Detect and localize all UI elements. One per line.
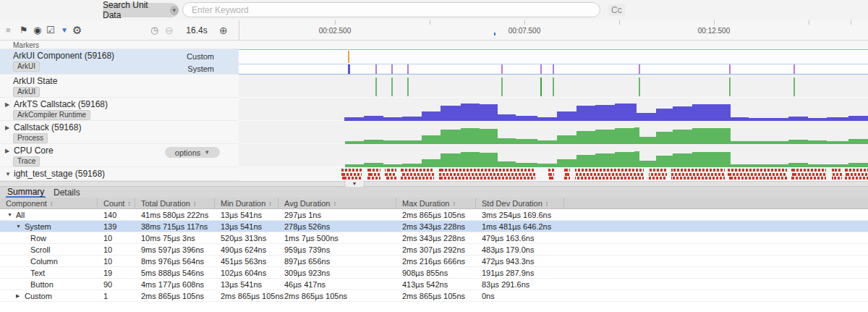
arkts-chart-step xyxy=(383,117,402,121)
track-title: CPU Core xyxy=(14,146,54,156)
arkts-chart-step xyxy=(808,118,827,121)
cell-max-duration: 2ms 216µs 666ns xyxy=(396,256,476,267)
cell-count: 1 xyxy=(98,290,135,302)
event-strip xyxy=(367,177,380,180)
horizontal-splitter[interactable] xyxy=(0,181,868,187)
callstack-chart-step xyxy=(788,140,808,144)
column-header-max-duration[interactable]: Max Duration↕ xyxy=(396,198,476,209)
cell-min-duration: 451µs 563ns xyxy=(215,256,278,267)
cell-avg-duration: 1ms 7µs 500ns xyxy=(278,232,396,244)
track-row-markers[interactable]: Markers xyxy=(0,41,239,49)
zoom-in-icon[interactable]: ⊕ xyxy=(219,20,228,40)
event-strip xyxy=(548,177,554,180)
options-dropdown[interactable]: options▼ xyxy=(165,147,220,158)
zoom-out-icon[interactable]: ⊖ xyxy=(165,20,174,40)
system-track-tick xyxy=(639,64,640,74)
cell-avg-duration: 46µs 417ns xyxy=(278,279,396,290)
cpu-chart-step xyxy=(537,164,557,167)
track-badge: Process xyxy=(13,133,48,143)
callstack-chart-step xyxy=(827,141,848,144)
track-badge: ArkUI xyxy=(13,62,40,72)
track-row-ight-test-stage[interactable]: ▼ight_test_stage (59168) xyxy=(0,167,239,181)
match-case-toggle[interactable]: Cc xyxy=(608,4,625,16)
cell-avg-duration: 278µs 526ns xyxy=(278,221,396,232)
record-icon[interactable]: ◉ xyxy=(33,20,41,40)
table-row[interactable]: Button904ms 177µs 608ns13µs 541ns46µs 41… xyxy=(0,279,868,290)
arkts-chart-step xyxy=(516,116,537,121)
arkts-chart-step xyxy=(731,117,749,121)
settings-gear-icon[interactable]: ⚙ xyxy=(72,20,82,40)
table-row[interactable]: ▶Custom12ms 865µs 105ns2ms 865µs 105ns2m… xyxy=(0,290,868,302)
timer-icon[interactable]: ◷ xyxy=(150,20,158,40)
table-row[interactable]: Scroll109ms 597µs 396ns490µs 624ns959µs … xyxy=(0,244,868,256)
cell-std-dev-duration: 83µs 291.6ns xyxy=(476,279,564,290)
sort-icon: ↕ xyxy=(127,200,131,207)
cpu-chart-step xyxy=(402,164,422,167)
track-canvas-markers[interactable] xyxy=(239,41,868,49)
top-search-bar: Search Unit Data ▾ Cc xyxy=(0,0,868,20)
filter-icon[interactable]: ▼ xyxy=(61,20,868,40)
cell-total-duration: 9ms 597µs 396ns xyxy=(135,244,215,256)
event-cluster xyxy=(564,169,570,180)
event-strip xyxy=(401,173,434,176)
search-scope-dropdown[interactable]: Search Unit Data ▾ xyxy=(103,3,179,17)
sort-icon: ↕ xyxy=(333,200,336,207)
chevron-right-icon[interactable]: ▶ xyxy=(5,101,9,108)
cell-max-duration: 2ms 865µs 105ns xyxy=(396,209,476,221)
column-header-count[interactable]: Count↕ xyxy=(98,198,135,209)
callstack-chart-step xyxy=(364,140,383,144)
chevron-down-icon[interactable]: ▼ xyxy=(5,171,11,177)
tab-summary[interactable]: Summary xyxy=(6,187,46,198)
chevron-down-icon: ▼ xyxy=(352,181,357,186)
toolbar-ruler-strip: 16.4s 00:02.50000:07.50000:12.500 ■⚑◉☑▼⚙… xyxy=(0,20,868,41)
table-row[interactable]: Text195ms 888µs 546ns102µs 604ns309µs 92… xyxy=(0,267,868,279)
cell-max-duration: 2ms 307µs 292ns xyxy=(396,244,476,256)
sort-icon: ↕ xyxy=(452,200,456,207)
select-check-icon[interactable]: ☑ xyxy=(46,20,55,40)
column-header-component[interactable]: Component↕ xyxy=(0,198,98,209)
event-strip xyxy=(564,169,570,172)
cell-total-duration: 41ms 580µs 222ns xyxy=(135,209,215,221)
chevron-right-icon[interactable]: ▶ xyxy=(5,125,9,131)
track-row-callstack[interactable]: ▶Callstack (59168)Process xyxy=(0,121,239,144)
table-row[interactable]: ▼System13938ms 715µs 117ns13µs 541ns278µ… xyxy=(0,221,868,232)
table-row[interactable]: ▼All14041ms 580µs 222ns13µs 541ns297µs 1… xyxy=(0,209,868,221)
system-track-tick xyxy=(501,64,503,74)
cpu-chart-step xyxy=(634,151,639,167)
cpu-chart-step xyxy=(383,164,402,167)
event-cluster xyxy=(341,169,362,180)
chevron-right-icon[interactable]: ▶ xyxy=(5,148,9,154)
event-strip xyxy=(385,169,396,172)
track-row-cpu-core[interactable]: ▶CPU CoreTraceoptions▼ xyxy=(0,144,239,167)
state-track-tick xyxy=(391,77,393,96)
cell-max-duration: 413µs 542ns xyxy=(396,279,476,290)
keyword-search-input[interactable] xyxy=(182,2,600,17)
arkts-chart-step xyxy=(615,104,637,121)
cell-count: 140 xyxy=(98,209,135,221)
state-track-tick xyxy=(639,77,640,96)
cpu-chart-step xyxy=(441,153,461,167)
track-badge: ArkUI xyxy=(13,87,40,97)
column-header-total-duration[interactable]: Total Duration↕ xyxy=(135,198,215,209)
flag-icon[interactable]: ⚑ xyxy=(20,20,28,40)
track-row-arkui-component[interactable]: ArkUI Component (59168)ArkUICustomSystem xyxy=(0,49,239,75)
cpu-chart-step xyxy=(422,159,441,167)
arkts-chart-step xyxy=(827,117,848,121)
callstack-chart-step xyxy=(441,130,461,144)
cell-std-dev-duration: 3ms 254µs 169.6ns xyxy=(476,209,564,221)
tab-details[interactable]: Details xyxy=(52,187,82,198)
stop-icon[interactable]: ■ xyxy=(6,20,11,40)
cell-min-duration: 2ms 865µs 105ns xyxy=(215,290,278,302)
track-row-arkui-state[interactable]: ArkUI StateArkUI xyxy=(0,75,239,98)
event-cluster xyxy=(367,169,380,180)
track-row-arkts-callstack[interactable]: ▶ArkTS Callstack (59168)ArkCompiler Runt… xyxy=(0,98,239,121)
callstack-chart-step xyxy=(731,141,788,144)
table-row[interactable]: Column108ms 976µs 564ns451µs 563ns897µs … xyxy=(0,256,868,267)
column-header-min-duration[interactable]: Min Duration↕ xyxy=(215,198,278,209)
column-header-std-dev-duration[interactable]: Std Dev Duration↕ xyxy=(476,198,564,209)
arkts-chart-step xyxy=(576,106,595,121)
cell-component: Custom xyxy=(0,290,98,302)
table-row[interactable]: Row1010ms 75µs 3ns520µs 313ns1ms 7µs 500… xyxy=(0,232,868,244)
column-header-avg-duration[interactable]: Avg Duration↕ xyxy=(278,198,396,209)
cell-min-duration: 13µs 541ns xyxy=(215,221,278,232)
